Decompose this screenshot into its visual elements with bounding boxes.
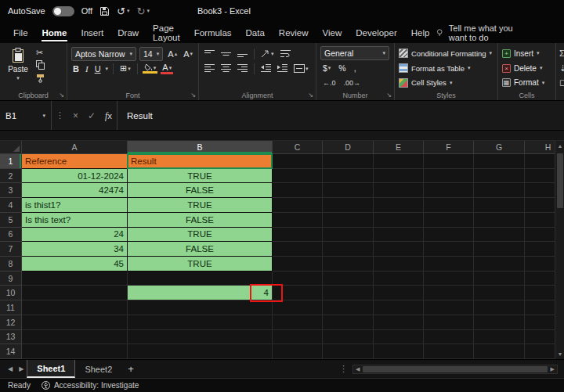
cell-E10[interactable]: [374, 286, 424, 300]
tab-data[interactable]: Data: [239, 22, 272, 43]
sheet-nav-left-icon[interactable]: ◀: [5, 365, 16, 372]
vertical-scrollbar-thumb[interactable]: [557, 153, 563, 208]
row-header-7[interactable]: 7: [0, 242, 22, 257]
tab-draw[interactable]: Draw: [110, 22, 146, 43]
column-header-G[interactable]: G: [474, 141, 525, 154]
accounting-format-button[interactable]: $▾: [320, 63, 333, 73]
cell-G6[interactable]: [474, 228, 525, 243]
cell-B5[interactable]: FALSE: [128, 213, 273, 228]
cell-F9[interactable]: [424, 272, 474, 286]
cell-E9[interactable]: [374, 272, 424, 286]
cell-C1[interactable]: [273, 154, 323, 169]
cell-E11[interactable]: [374, 300, 424, 315]
row-header-1[interactable]: 1: [0, 154, 22, 169]
cell-E4[interactable]: [374, 198, 424, 213]
row-header-10[interactable]: 10: [0, 286, 22, 300]
sheet-nav-right-icon[interactable]: ▶: [16, 365, 27, 372]
cell-F11[interactable]: [424, 300, 474, 315]
row-header-3[interactable]: 3: [0, 183, 22, 198]
cell-B10[interactable]: 4: [128, 286, 273, 300]
conditional-formatting-button[interactable]: Conditional Formatting ▾: [399, 46, 494, 61]
cell-B6[interactable]: TRUE: [128, 228, 273, 243]
cell-G8[interactable]: [474, 257, 525, 272]
cell-A4[interactable]: is thist1?: [22, 198, 128, 213]
font-launcher-icon[interactable]: ↘: [190, 92, 196, 99]
cell-B4[interactable]: TRUE: [128, 198, 273, 213]
format-painter-button[interactable]: [36, 74, 45, 85]
cell-F12[interactable]: [424, 315, 474, 330]
delete-cells-button[interactable]: × Delete ▾: [502, 61, 551, 76]
underline-button[interactable]: U: [93, 64, 103, 74]
cell-E13[interactable]: [374, 330, 424, 345]
cell-F2[interactable]: [424, 169, 474, 184]
decrease-indent-button[interactable]: [259, 64, 273, 73]
cell-G13[interactable]: [474, 330, 525, 345]
cancel-icon[interactable]: ×: [68, 110, 83, 121]
cell-E5[interactable]: [374, 213, 424, 228]
clear-button[interactable]: ◻: [559, 75, 564, 90]
row-header-14[interactable]: 14: [0, 344, 22, 359]
cell-B12[interactable]: [128, 315, 273, 330]
cell-E1[interactable]: [374, 154, 424, 169]
paste-button[interactable]: Paste ▾: [4, 46, 32, 85]
cell-G3[interactable]: [474, 183, 525, 198]
grow-font-button[interactable]: A▴: [166, 49, 179, 59]
cell-E3[interactable]: [374, 183, 424, 198]
column-header-A[interactable]: A: [22, 141, 128, 154]
cell-A9[interactable]: [22, 272, 128, 286]
cell-A11[interactable]: [22, 300, 128, 315]
tab-splitter-handle[interactable]: ⋮: [334, 364, 352, 374]
cell-C4[interactable]: [273, 198, 323, 213]
increase-indent-button[interactable]: [276, 64, 289, 73]
cell-C14[interactable]: [273, 344, 323, 359]
cell-D7[interactable]: [323, 242, 374, 257]
horizontal-scrollbar[interactable]: ◀ ▶: [352, 365, 558, 374]
row-header-8[interactable]: 8: [0, 257, 22, 272]
sheet-tab-sheet2[interactable]: Sheet2: [75, 360, 121, 378]
cell-D11[interactable]: [323, 300, 374, 315]
tell-me-search[interactable]: Tell me what you want to do: [436, 23, 523, 42]
cut-button[interactable]: ✂: [36, 48, 45, 58]
cell-F4[interactable]: [424, 198, 474, 213]
row-header-11[interactable]: 11: [0, 300, 22, 315]
cell-C11[interactable]: [273, 300, 323, 315]
align-center-button[interactable]: [219, 64, 233, 73]
cell-G9[interactable]: [474, 272, 525, 286]
cell-G10[interactable]: [474, 286, 525, 300]
row-header-9[interactable]: 9: [0, 272, 22, 286]
autosum-button[interactable]: Σ: [559, 46, 564, 61]
align-left-button[interactable]: [203, 64, 216, 73]
cell-D5[interactable]: [323, 213, 374, 228]
cell-G5[interactable]: [474, 213, 525, 228]
tab-review[interactable]: Review: [272, 22, 316, 43]
row-header-6[interactable]: 6: [0, 228, 22, 243]
fill-button[interactable]: ⇣: [559, 61, 564, 76]
horizontal-scrollbar-thumb[interactable]: [363, 366, 547, 372]
cell-D4[interactable]: [323, 198, 374, 213]
cell-F8[interactable]: [424, 257, 474, 272]
vertical-scrollbar[interactable]: ▲ ▼: [555, 141, 564, 359]
cell-F3[interactable]: [424, 183, 474, 198]
cell-B13[interactable]: [128, 330, 273, 345]
cell-A2[interactable]: 01-12-2024: [22, 169, 128, 184]
align-middle-button[interactable]: [219, 49, 233, 58]
cell-G12[interactable]: [474, 315, 525, 330]
tab-view[interactable]: View: [316, 22, 349, 43]
format-cells-button[interactable]: ▦ Format ▾: [502, 75, 551, 90]
cell-C2[interactable]: [273, 169, 323, 184]
redo-button[interactable]: ↻▾: [137, 5, 150, 17]
cell-C7[interactable]: [273, 242, 323, 257]
insert-cells-button[interactable]: + Insert ▾: [502, 46, 551, 61]
cell-E7[interactable]: [374, 242, 424, 257]
cell-A3[interactable]: 42474: [22, 183, 128, 198]
row-header-4[interactable]: 4: [0, 198, 22, 213]
tab-file[interactable]: File: [6, 22, 35, 43]
borders-button[interactable]: ⊞▾: [118, 63, 132, 74]
cell-C6[interactable]: [273, 228, 323, 243]
cell-C3[interactable]: [273, 183, 323, 198]
cell-F7[interactable]: [424, 242, 474, 257]
cell-B11[interactable]: [128, 300, 273, 315]
row-header-5[interactable]: 5: [0, 213, 22, 228]
align-bottom-button[interactable]: [236, 49, 249, 58]
cell-C9[interactable]: [273, 272, 323, 286]
